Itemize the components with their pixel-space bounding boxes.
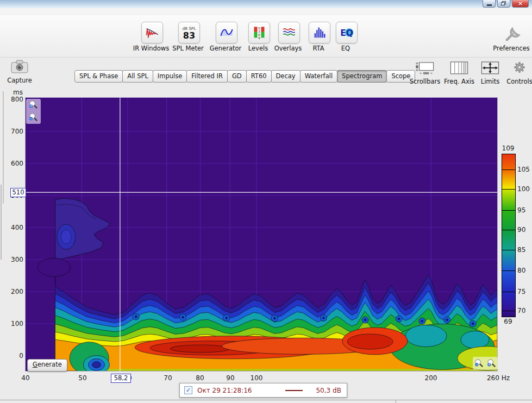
- scrollbars-icon: [414, 61, 436, 75]
- y-tick-400: 400: [0, 224, 23, 231]
- tab-all-spl[interactable]: All SPL: [122, 70, 153, 83]
- eq-label: EQ: [320, 45, 372, 52]
- measurement-checkbox[interactable]: ✓: [184, 386, 192, 394]
- colorbar-label-100: 100: [517, 185, 532, 193]
- colorbar: [502, 154, 516, 317]
- tab-waterfall[interactable]: Waterfall: [300, 70, 337, 83]
- svg-text:9: 9: [258, 36, 260, 40]
- colorbar-segment: [502, 271, 515, 292]
- tab-spl-phase[interactable]: SPL & Phase: [74, 70, 123, 83]
- main-toolbar: IR Windows dB SPL 83 SPL Meter Generator…: [0, 15, 532, 58]
- left-panel-splitter[interactable]: [3, 91, 4, 204]
- zoom-panel-top-left: + −: [26, 99, 41, 124]
- zoom-out-y-button[interactable]: −: [28, 112, 39, 123]
- colorbar-label-85: 85: [517, 246, 532, 254]
- colorbar-label-95: 95: [517, 206, 532, 214]
- status-column-divider: [396, 400, 396, 403]
- capture-label: Capture: [4, 77, 35, 84]
- ir-windows-icon: [144, 26, 160, 40]
- x-tick-100: 100: [245, 374, 268, 382]
- y-tick-100: 100: [0, 320, 23, 328]
- levels-button[interactable]: 0 3 6 9: [248, 22, 270, 43]
- wrench-icon: [503, 23, 521, 41]
- zoom-panel-bottom-right: − +: [473, 357, 498, 370]
- generate-label: enerate: [37, 361, 62, 368]
- y-tick-0: 0: [0, 352, 23, 360]
- tab-filtered-ir[interactable]: Filtered IR: [186, 70, 228, 83]
- close-icon: ×: [518, 1, 523, 7]
- graph-tabs: SPL & Phase All SPL Impulse Filtered IR …: [74, 70, 415, 83]
- tab-decay[interactable]: Decay: [271, 70, 301, 83]
- x-tick-70: 70: [156, 374, 180, 382]
- close-button[interactable]: ×: [512, 0, 529, 8]
- colorbar-label-75: 75: [517, 288, 532, 295]
- measurement-legend: ✓ Окт 29 21:28:16 50,3 dB: [179, 383, 347, 398]
- svg-text:−: −: [475, 362, 478, 367]
- restore-icon: [501, 1, 506, 6]
- overlays-icon: [281, 26, 297, 40]
- zoom-out-x-button[interactable]: −: [473, 358, 485, 369]
- colorbar-segment: [502, 154, 515, 170]
- measurement-name: Окт 29 21:28:16: [197, 387, 252, 394]
- zoom-out-icon: −: [474, 358, 484, 369]
- zoom-out-icon: −: [28, 112, 39, 123]
- eq-icon: EQ: [339, 26, 355, 40]
- preferences-button[interactable]: [502, 22, 522, 42]
- preferences-label: Preferences: [485, 45, 532, 52]
- svg-text:−: −: [29, 117, 33, 121]
- zoom-in-x-button[interactable]: +: [486, 358, 497, 369]
- minimize-button[interactable]: [483, 0, 496, 8]
- spl-meter-button[interactable]: dB SPL 83: [178, 22, 200, 43]
- y-tick-300: 300: [0, 256, 23, 263]
- trace-color-swatch: [285, 390, 303, 391]
- camera-icon: [8, 59, 31, 77]
- x-tick-90: 90: [218, 374, 242, 382]
- x-tick-80: 80: [188, 374, 212, 382]
- colorbar-label-70: 70: [517, 307, 532, 314]
- tab-impulse[interactable]: Impulse: [153, 70, 187, 83]
- svg-text:EQ: EQ: [340, 28, 353, 38]
- tab-gd[interactable]: GD: [227, 70, 247, 83]
- colorbar-label-80: 80: [517, 267, 532, 274]
- colorbar-segment: [502, 250, 515, 271]
- colorbar-segment: [502, 292, 515, 311]
- limits-button[interactable]: Limits: [474, 61, 506, 85]
- zoom-in-y-button[interactable]: +: [28, 100, 39, 111]
- overlays-button[interactable]: [278, 22, 300, 43]
- tab-spectrogram[interactable]: Spectrogram: [337, 70, 387, 83]
- generate-button[interactable]: Generate: [27, 359, 67, 371]
- zoom-in-icon: +: [28, 100, 39, 110]
- status-divider: [0, 400, 532, 400]
- ir-windows-button[interactable]: [141, 22, 163, 43]
- rta-button[interactable]: [309, 22, 330, 43]
- colorbar-segment: [502, 311, 515, 317]
- x-tick-40: 40: [14, 374, 37, 382]
- menu-strip: [0, 8, 532, 15]
- title-bar[interactable]: ×: [0, 0, 532, 9]
- restore-button[interactable]: [497, 0, 510, 8]
- colorbar-label-105: 105: [517, 166, 532, 173]
- eq-button[interactable]: EQ: [336, 22, 358, 43]
- svg-text:+: +: [30, 104, 33, 108]
- generator-button[interactable]: [216, 22, 237, 43]
- levels-icon: 0 3 6 9: [252, 25, 266, 40]
- colorbar-segment: [502, 230, 515, 250]
- colorbar-segment: [502, 170, 515, 190]
- svg-text:83: 83: [183, 30, 195, 41]
- spectrogram-plot[interactable]: [25, 97, 498, 371]
- colorbar-min-label: 69: [500, 318, 516, 325]
- spectrogram-canvas: [26, 98, 497, 371]
- zoom-in-icon: +: [486, 358, 497, 369]
- capture-button[interactable]: Capture: [4, 59, 35, 84]
- rew-window: × IR Windows dB SPL 83 SPL Meter Generat…: [0, 0, 532, 403]
- controls-label: Controls: [505, 78, 532, 85]
- cursor-level-value: 50,3 dB: [316, 387, 341, 394]
- tab-rt60[interactable]: RT60: [246, 70, 272, 83]
- cursor-freq-box: 58,2: [111, 374, 131, 383]
- rta-icon: [312, 26, 327, 40]
- controls-button[interactable]: Controls: [505, 61, 532, 85]
- generate-label-mnemonic: G: [33, 361, 37, 368]
- y-tick-800: 800: [0, 96, 23, 103]
- limits-label: Limits: [474, 78, 506, 85]
- y-axis-unit: ms: [0, 89, 23, 96]
